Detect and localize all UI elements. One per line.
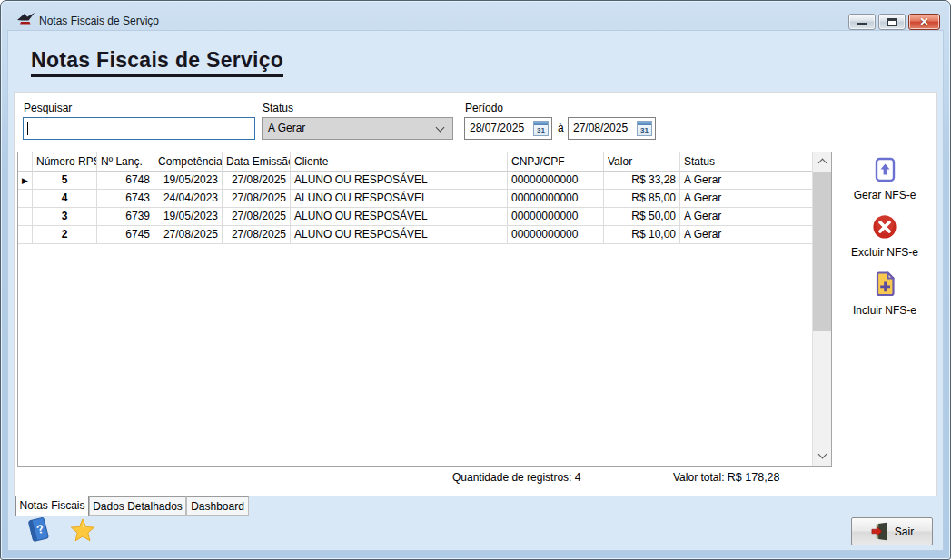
cell-competencia: 24/04/2023 (154, 190, 223, 208)
delete-nfse-button[interactable]: Excluir NFS-e (837, 214, 933, 259)
tab-dashboard[interactable]: Dashboard (186, 496, 249, 516)
table-row[interactable]: 4 6743 24/04/2023 27/08/2025 ALUNO OU RE… (18, 190, 831, 208)
app-window: Notas Fiscais de Serviço ✕ Notas Fiscais… (0, 0, 951, 560)
maximize-icon (887, 18, 897, 26)
cell-status: A Gerar (680, 226, 812, 244)
cell-competencia: 27/08/2025 (154, 226, 223, 244)
text-cursor (27, 122, 28, 135)
cell-n-lanc: 6745 (97, 226, 154, 244)
column-header[interactable]: CNPJ/CPF (508, 152, 604, 172)
maximize-button[interactable] (878, 14, 906, 30)
status-selected-value: A Gerar (268, 122, 305, 134)
cell-cnpj-cpf: 00000000000 (508, 208, 604, 226)
cell-valor: R$ 10,00 (604, 226, 680, 244)
row-header-cell (18, 208, 33, 226)
cell-cnpj-cpf: 00000000000 (508, 172, 604, 190)
chevron-down-icon (436, 123, 445, 133)
calendar-icon-label: 31 (638, 125, 651, 135)
cell-data-emissao: 27/08/2025 (223, 190, 291, 208)
search-input[interactable] (23, 117, 255, 140)
exit-button[interactable]: Sair (851, 517, 933, 545)
delete-nfse-label: Excluir NFS-e (837, 246, 933, 259)
cell-competencia: 19/05/2023 (154, 172, 223, 190)
cell-n-lanc: 6743 (97, 190, 154, 208)
column-header[interactable]: Número RPS (33, 152, 97, 172)
column-header[interactable]: Data Emissão (223, 152, 291, 172)
calendar-icon[interactable]: 31 (533, 121, 549, 136)
period-to-input[interactable]: 27/08/2025 31 (568, 117, 656, 140)
page-title: Notas Fiscais de Serviço (31, 48, 283, 77)
tab-notas-fiscais[interactable]: Notas Fiscais (15, 496, 89, 516)
cell-numero-rps: 3 (33, 208, 97, 226)
window-title: Notas Fiscais de Serviço (39, 15, 159, 27)
cell-status: A Gerar (680, 208, 812, 226)
cell-numero-rps: 2 (33, 226, 97, 244)
period-from-input[interactable]: 28/07/2025 31 (464, 117, 552, 140)
total-value-label: Valor total: (673, 471, 724, 484)
cell-n-lanc: 6739 (97, 208, 154, 226)
cell-data-emissao: 27/08/2025 (223, 208, 291, 226)
cell-data-emissao: 27/08/2025 (223, 226, 291, 244)
column-header[interactable]: Status (680, 152, 812, 172)
cell-cliente: ALUNO OU RESPOSÁVEL (291, 190, 508, 208)
scroll-up-button[interactable] (813, 152, 831, 171)
minimize-icon (857, 23, 867, 25)
total-value: Valor total: R$ 178,28 (673, 471, 780, 484)
row-header-cell (18, 226, 33, 244)
add-nfse-button[interactable]: Incluir NFS-e (837, 270, 933, 317)
generate-nfse-button[interactable]: Gerar NFS-e (837, 157, 933, 201)
help-book-icon[interactable]: ? (25, 516, 52, 545)
table-header-row: Número RPS Nº Lanç. Competência Data Emi… (18, 152, 831, 172)
cell-cliente: ALUNO OU RESPOSÁVEL (291, 208, 508, 226)
search-label: Pesquisar (24, 102, 72, 114)
selected-row-marker: ▶ (18, 172, 33, 190)
cell-data-emissao: 27/08/2025 (223, 172, 291, 190)
column-header[interactable]: Valor (604, 152, 680, 172)
title-bar[interactable]: Notas Fiscais de Serviço ✕ (1, 1, 950, 30)
cell-numero-rps: 5 (33, 172, 97, 190)
cell-valor: R$ 33,28 (604, 172, 680, 190)
column-header[interactable]: Competência (154, 152, 223, 172)
cell-cnpj-cpf: 00000000000 (508, 226, 604, 244)
table-row[interactable]: 3 6739 19/05/2023 27/08/2025 ALUNO OU RE… (18, 208, 831, 226)
total-value-amount: R$ 178,28 (728, 471, 780, 484)
calendar-icon-label: 31 (534, 125, 548, 135)
cell-n-lanc: 6748 (97, 172, 154, 190)
tab-dados-detalhados[interactable]: Dados Detalhados (89, 496, 186, 516)
exit-button-label: Sair (895, 526, 914, 538)
invoices-table: Número RPS Nº Lanç. Competência Data Emi… (17, 152, 832, 467)
cell-competencia: 19/05/2023 (154, 208, 223, 226)
close-button[interactable]: ✕ (908, 14, 940, 30)
calendar-icon[interactable]: 31 (637, 121, 652, 136)
cell-valor: R$ 85,00 (604, 190, 680, 208)
column-header[interactable]: Cliente (291, 152, 508, 172)
table-row[interactable]: ▶ 5 6748 19/05/2023 27/08/2025 ALUNO OU … (18, 172, 831, 190)
period-separator: à (558, 122, 564, 134)
close-icon: ✕ (919, 15, 928, 28)
scroll-down-button[interactable] (813, 447, 831, 466)
delete-circle-x-icon (872, 214, 897, 240)
cell-cliente: ALUNO OU RESPOSÁVEL (291, 226, 508, 244)
cell-cnpj-cpf: 00000000000 (508, 190, 604, 208)
vertical-scrollbar[interactable] (812, 152, 831, 466)
cell-status: A Gerar (680, 190, 812, 208)
column-header[interactable]: Nº Lanç. (97, 152, 154, 172)
status-label: Status (263, 102, 293, 114)
chevron-up-icon (817, 159, 827, 168)
cell-cliente: ALUNO OU RESPOSÁVEL (291, 172, 508, 190)
minimize-button[interactable] (848, 14, 876, 30)
scrollbar-thumb[interactable] (813, 172, 831, 331)
cell-numero-rps: 4 (33, 190, 97, 208)
cell-valor: R$ 50,00 (604, 208, 680, 226)
records-count-label: Quantidade de registros: (452, 471, 571, 484)
add-document-icon (874, 270, 897, 298)
cell-status: A Gerar (680, 172, 812, 190)
status-dropdown[interactable]: A Gerar (262, 117, 453, 140)
period-from-value: 28/07/2025 (470, 122, 524, 134)
period-label: Período (465, 102, 503, 114)
table-row[interactable]: 2 6745 27/08/2025 27/08/2025 ALUNO OU RE… (18, 226, 831, 244)
row-header-corner (18, 152, 33, 172)
chevron-down-icon (817, 450, 827, 459)
favorite-star-icon[interactable] (70, 517, 95, 543)
records-count: Quantidade de registros: 4 (452, 471, 580, 484)
